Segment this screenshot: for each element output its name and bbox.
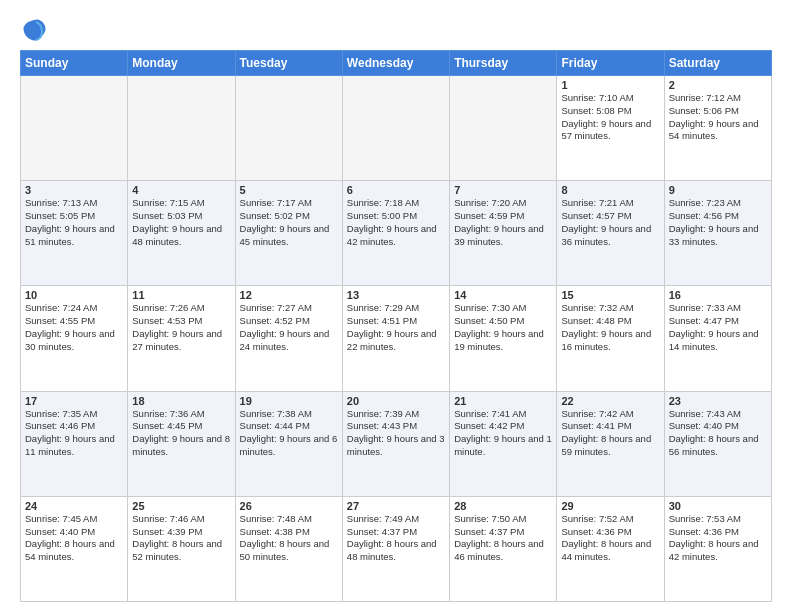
calendar-cell: 19Sunrise: 7:38 AM Sunset: 4:44 PM Dayli… [235,391,342,496]
day-info: Sunrise: 7:20 AM Sunset: 4:59 PM Dayligh… [454,197,552,248]
calendar-cell: 30Sunrise: 7:53 AM Sunset: 4:36 PM Dayli… [664,496,771,601]
day-number: 25 [132,500,230,512]
day-info: Sunrise: 7:12 AM Sunset: 5:06 PM Dayligh… [669,92,767,143]
day-number: 4 [132,184,230,196]
weekday-header: Thursday [450,51,557,76]
day-info: Sunrise: 7:15 AM Sunset: 5:03 PM Dayligh… [132,197,230,248]
day-info: Sunrise: 7:30 AM Sunset: 4:50 PM Dayligh… [454,302,552,353]
day-number: 9 [669,184,767,196]
day-info: Sunrise: 7:24 AM Sunset: 4:55 PM Dayligh… [25,302,123,353]
day-number: 1 [561,79,659,91]
day-number: 28 [454,500,552,512]
day-number: 20 [347,395,445,407]
day-info: Sunrise: 7:45 AM Sunset: 4:40 PM Dayligh… [25,513,123,564]
weekday-header: Friday [557,51,664,76]
calendar-cell: 23Sunrise: 7:43 AM Sunset: 4:40 PM Dayli… [664,391,771,496]
calendar-cell: 26Sunrise: 7:48 AM Sunset: 4:38 PM Dayli… [235,496,342,601]
weekday-header: Saturday [664,51,771,76]
weekday-header: Monday [128,51,235,76]
calendar-week-row: 3Sunrise: 7:13 AM Sunset: 5:05 PM Daylig… [21,181,772,286]
day-number: 29 [561,500,659,512]
calendar-table: SundayMondayTuesdayWednesdayThursdayFrid… [20,50,772,602]
calendar-cell: 27Sunrise: 7:49 AM Sunset: 4:37 PM Dayli… [342,496,449,601]
calendar-cell: 28Sunrise: 7:50 AM Sunset: 4:37 PM Dayli… [450,496,557,601]
day-number: 16 [669,289,767,301]
calendar-cell: 22Sunrise: 7:42 AM Sunset: 4:41 PM Dayli… [557,391,664,496]
calendar-cell: 5Sunrise: 7:17 AM Sunset: 5:02 PM Daylig… [235,181,342,286]
calendar-cell [235,76,342,181]
calendar-cell: 24Sunrise: 7:45 AM Sunset: 4:40 PM Dayli… [21,496,128,601]
day-info: Sunrise: 7:17 AM Sunset: 5:02 PM Dayligh… [240,197,338,248]
day-number: 5 [240,184,338,196]
day-number: 18 [132,395,230,407]
day-number: 17 [25,395,123,407]
calendar-cell: 3Sunrise: 7:13 AM Sunset: 5:05 PM Daylig… [21,181,128,286]
calendar-week-row: 24Sunrise: 7:45 AM Sunset: 4:40 PM Dayli… [21,496,772,601]
day-number: 21 [454,395,552,407]
calendar-cell [342,76,449,181]
day-number: 3 [25,184,123,196]
calendar-cell: 14Sunrise: 7:30 AM Sunset: 4:50 PM Dayli… [450,286,557,391]
day-info: Sunrise: 7:33 AM Sunset: 4:47 PM Dayligh… [669,302,767,353]
calendar-cell: 25Sunrise: 7:46 AM Sunset: 4:39 PM Dayli… [128,496,235,601]
weekday-header: Tuesday [235,51,342,76]
day-info: Sunrise: 7:23 AM Sunset: 4:56 PM Dayligh… [669,197,767,248]
calendar-cell: 7Sunrise: 7:20 AM Sunset: 4:59 PM Daylig… [450,181,557,286]
day-info: Sunrise: 7:36 AM Sunset: 4:45 PM Dayligh… [132,408,230,459]
calendar-cell: 11Sunrise: 7:26 AM Sunset: 4:53 PM Dayli… [128,286,235,391]
header-row: SundayMondayTuesdayWednesdayThursdayFrid… [21,51,772,76]
calendar-cell: 15Sunrise: 7:32 AM Sunset: 4:48 PM Dayli… [557,286,664,391]
day-number: 13 [347,289,445,301]
day-number: 7 [454,184,552,196]
day-number: 24 [25,500,123,512]
day-info: Sunrise: 7:21 AM Sunset: 4:57 PM Dayligh… [561,197,659,248]
calendar-cell: 18Sunrise: 7:36 AM Sunset: 4:45 PM Dayli… [128,391,235,496]
calendar-cell: 21Sunrise: 7:41 AM Sunset: 4:42 PM Dayli… [450,391,557,496]
calendar-cell [21,76,128,181]
logo [20,16,52,44]
day-info: Sunrise: 7:50 AM Sunset: 4:37 PM Dayligh… [454,513,552,564]
day-info: Sunrise: 7:13 AM Sunset: 5:05 PM Dayligh… [25,197,123,248]
calendar-cell: 8Sunrise: 7:21 AM Sunset: 4:57 PM Daylig… [557,181,664,286]
day-info: Sunrise: 7:43 AM Sunset: 4:40 PM Dayligh… [669,408,767,459]
day-info: Sunrise: 7:38 AM Sunset: 4:44 PM Dayligh… [240,408,338,459]
calendar-cell: 16Sunrise: 7:33 AM Sunset: 4:47 PM Dayli… [664,286,771,391]
day-number: 27 [347,500,445,512]
calendar-cell: 13Sunrise: 7:29 AM Sunset: 4:51 PM Dayli… [342,286,449,391]
day-info: Sunrise: 7:10 AM Sunset: 5:08 PM Dayligh… [561,92,659,143]
top-section [20,16,772,44]
day-info: Sunrise: 7:35 AM Sunset: 4:46 PM Dayligh… [25,408,123,459]
calendar-week-row: 10Sunrise: 7:24 AM Sunset: 4:55 PM Dayli… [21,286,772,391]
calendar-cell: 12Sunrise: 7:27 AM Sunset: 4:52 PM Dayli… [235,286,342,391]
day-info: Sunrise: 7:52 AM Sunset: 4:36 PM Dayligh… [561,513,659,564]
day-info: Sunrise: 7:41 AM Sunset: 4:42 PM Dayligh… [454,408,552,459]
weekday-header: Wednesday [342,51,449,76]
calendar-cell: 20Sunrise: 7:39 AM Sunset: 4:43 PM Dayli… [342,391,449,496]
day-info: Sunrise: 7:27 AM Sunset: 4:52 PM Dayligh… [240,302,338,353]
day-info: Sunrise: 7:39 AM Sunset: 4:43 PM Dayligh… [347,408,445,459]
day-info: Sunrise: 7:46 AM Sunset: 4:39 PM Dayligh… [132,513,230,564]
day-number: 26 [240,500,338,512]
day-info: Sunrise: 7:53 AM Sunset: 4:36 PM Dayligh… [669,513,767,564]
day-number: 22 [561,395,659,407]
logo-icon [20,16,48,44]
day-info: Sunrise: 7:32 AM Sunset: 4:48 PM Dayligh… [561,302,659,353]
day-info: Sunrise: 7:42 AM Sunset: 4:41 PM Dayligh… [561,408,659,459]
calendar-week-row: 17Sunrise: 7:35 AM Sunset: 4:46 PM Dayli… [21,391,772,496]
day-info: Sunrise: 7:26 AM Sunset: 4:53 PM Dayligh… [132,302,230,353]
day-info: Sunrise: 7:49 AM Sunset: 4:37 PM Dayligh… [347,513,445,564]
day-number: 14 [454,289,552,301]
day-number: 15 [561,289,659,301]
day-number: 10 [25,289,123,301]
day-number: 30 [669,500,767,512]
day-number: 2 [669,79,767,91]
day-number: 12 [240,289,338,301]
day-number: 8 [561,184,659,196]
day-number: 6 [347,184,445,196]
calendar-cell: 9Sunrise: 7:23 AM Sunset: 4:56 PM Daylig… [664,181,771,286]
calendar-week-row: 1Sunrise: 7:10 AM Sunset: 5:08 PM Daylig… [21,76,772,181]
calendar-cell: 6Sunrise: 7:18 AM Sunset: 5:00 PM Daylig… [342,181,449,286]
calendar-cell: 10Sunrise: 7:24 AM Sunset: 4:55 PM Dayli… [21,286,128,391]
day-info: Sunrise: 7:18 AM Sunset: 5:00 PM Dayligh… [347,197,445,248]
page: SundayMondayTuesdayWednesdayThursdayFrid… [0,0,792,612]
